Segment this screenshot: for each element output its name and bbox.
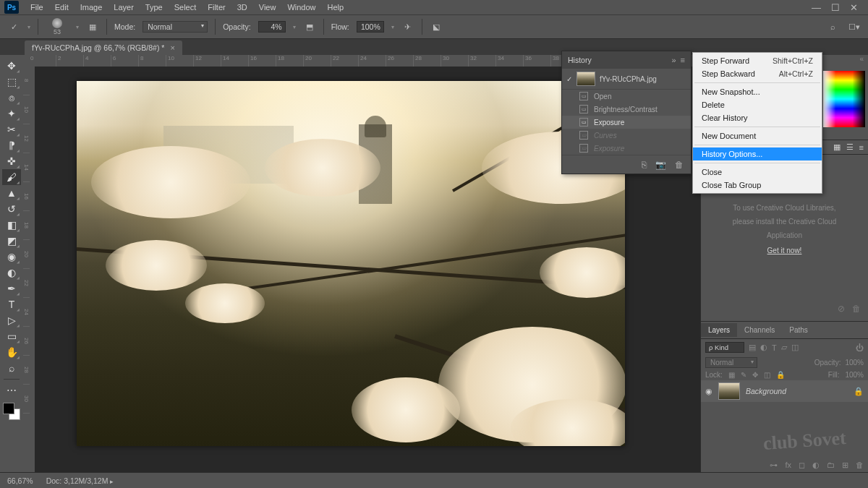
filter-shape-icon[interactable]: ▱ [781,343,787,352]
collapse-arrow-icon[interactable]: « [859,55,864,68]
filter-pixel-icon[interactable]: ▤ [749,343,756,352]
canvas[interactable] [77,81,625,446]
menu-file[interactable]: File [25,1,49,13]
menu-item-close-tab-group[interactable]: Close Tab Group [693,179,822,192]
workspace-icon[interactable]: ☐▾ [848,20,861,33]
layer-fx-icon[interactable]: fx [785,461,791,470]
tab-close-icon[interactable]: × [170,43,174,52]
menu-item-delete[interactable]: Delete [693,98,822,111]
collapse-icon[interactable]: » [671,56,676,64]
lock-all-icon[interactable]: 🔒 [776,371,785,379]
move-tool[interactable]: ✥◢ [2,58,21,74]
eyedropper-tool[interactable]: ⁋◢ [2,137,21,153]
document-tab[interactable]: fYv-RUcCPhA.jpg @ 66,7% (RGB/8#) * × [25,40,182,55]
flow-input[interactable]: 100% [357,21,384,33]
delete-layer-icon[interactable]: 🗑 [856,461,864,470]
lasso-tool[interactable]: ⌾◢ [2,90,21,106]
lock-position-icon[interactable]: ✥ [752,371,758,379]
trash-icon[interactable]: 🗑 [852,304,861,314]
history-step[interactable]: ▭Exposure [562,116,691,129]
foreground-color[interactable] [3,403,14,414]
menu-help[interactable]: Help [322,1,350,13]
history-snapshot[interactable]: ✓ fYv-RUcCPhA.jpg [562,69,691,90]
list-view-icon[interactable]: ☰ [846,142,854,152]
airbrush-icon[interactable]: ✈ [401,20,414,33]
fill-value[interactable]: 100% [845,371,864,379]
edit-toolbar-icon[interactable]: ⋯ [2,382,21,398]
menu-window[interactable]: Window [281,1,321,13]
menu-item-clear-history[interactable]: Clear History [693,111,822,124]
menu-item-new-document[interactable]: New Document [693,129,822,142]
layer-row[interactable]: ◉ Background 🔒 [701,380,868,402]
link-layers-icon[interactable]: ⊶ [770,461,778,470]
eraser-tool[interactable]: ◧◢ [2,217,21,233]
lock-brush-icon[interactable]: ✎ [741,371,746,379]
color-swatches[interactable] [3,403,20,420]
layer-opacity-value[interactable]: 100% [845,359,864,367]
maximize-icon[interactable]: ☐ [831,2,840,13]
menu-type[interactable]: Type [140,1,169,13]
new-snapshot-icon[interactable]: 📷 [655,160,666,170]
close-icon[interactable]: ✕ [850,2,858,13]
new-doc-from-state-icon[interactable]: ⎘ [642,160,647,170]
menu-item-history-options-[interactable]: History Options... [693,147,822,160]
path-select-tool[interactable]: ▷◢ [2,312,21,328]
libraries-link[interactable]: Get it now! [767,247,802,254]
menu-item-step-forward[interactable]: Step ForwardShift+Ctrl+Z [693,54,822,67]
brush-panel-icon[interactable]: ▦ [86,20,99,33]
pressure-size-icon[interactable]: ⬕ [430,20,443,33]
delete-state-icon[interactable]: 🗑 [675,160,684,170]
opacity-input[interactable]: 4% [258,21,286,33]
pressure-opacity-icon[interactable]: ⬒ [303,20,316,33]
layer-lock-icon[interactable]: 🔒 [854,387,864,396]
layer-mask-icon[interactable]: ◻ [799,461,805,470]
filter-smart-icon[interactable]: ◫ [791,343,799,352]
document-info[interactable]: Doc: 3,12M/3,12M [46,476,114,485]
lock-pixels-icon[interactable]: ▦ [728,371,735,379]
dodge-tool[interactable]: ◐◢ [2,265,21,281]
tab-paths[interactable]: Paths [782,323,815,337]
type-tool[interactable]: T◢ [2,296,21,312]
menu-item-close[interactable]: Close [693,166,822,179]
quick-select-tool[interactable]: ✦◢ [2,106,21,121]
stamp-tool[interactable]: ▲◢ [2,185,21,201]
crop-tool[interactable]: ✂◢ [2,121,21,137]
zoom-level[interactable]: 66,67% [7,476,33,485]
visibility-icon[interactable]: ◉ [705,387,712,396]
lock-artboard-icon[interactable]: ◫ [764,371,770,379]
link-icon[interactable]: ⊘ [838,304,845,314]
blur-tool[interactable]: ◉◢ [2,249,21,265]
minimize-icon[interactable]: — [812,2,821,13]
layer-name[interactable]: Background [746,387,786,395]
history-brush-tool[interactable]: ↺◢ [2,201,21,217]
grid-view-icon[interactable]: ▦ [833,142,841,152]
menu-item-step-backward[interactable]: Step BackwardAlt+Ctrl+Z [693,67,822,80]
zoom-tool[interactable]: ⌕ [2,360,21,376]
tab-channels[interactable]: Channels [737,323,782,337]
history-step[interactable]: ▭Exposure [562,142,691,155]
history-brush-source-icon[interactable]: ✓ [566,75,572,83]
hand-tool[interactable]: ✋◢ [2,344,21,360]
history-step[interactable]: ▭Brightness/Contrast [562,103,691,116]
layer-filter-input[interactable]: ρ Kind [705,342,744,353]
brush-tool[interactable]: 🖌◢ [2,169,21,185]
brush-preview[interactable]: 53 [46,17,69,37]
group-icon[interactable]: 🗀 [827,461,835,470]
history-step[interactable]: ▭Open [562,90,691,103]
shape-tool[interactable]: ▭◢ [2,328,21,344]
history-step[interactable]: ▭Curves [562,129,691,142]
healing-tool[interactable]: ✜◢ [2,153,21,169]
adjustment-layer-icon[interactable]: ◐ [812,461,820,470]
menu-edit[interactable]: Edit [49,1,75,13]
filter-toggle-icon[interactable]: ⏻ [856,343,864,352]
new-layer-icon[interactable]: ⊞ [842,461,848,470]
layer-thumbnail[interactable] [718,382,740,400]
pen-tool[interactable]: ✒◢ [2,281,21,296]
menu-view[interactable]: View [253,1,282,13]
blend-mode-dropdown[interactable]: Normal [142,21,208,33]
gradient-tool[interactable]: ◩◢ [2,233,21,249]
menu-filter[interactable]: Filter [202,1,231,13]
search-icon[interactable]: ⌕ [826,20,839,33]
panel-menu-icon[interactable]: ≡ [859,143,864,152]
menu-select[interactable]: Select [169,1,203,13]
